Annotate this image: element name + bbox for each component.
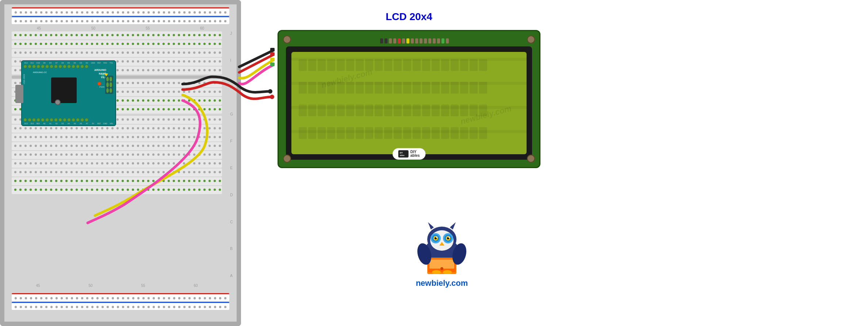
lcd-bezel: newbiely.com newbiely.com: [286, 46, 532, 160]
bot-col-label-50: 50: [88, 284, 92, 288]
lcd-screw-bl: [283, 155, 291, 163]
lcd-pin-13: [433, 38, 436, 43]
svg-line-30: [239, 55, 273, 72]
svg-rect-32: [270, 52, 275, 56]
lcd-row-3: [299, 105, 519, 124]
lcd-screw-tr: [527, 35, 535, 43]
arduino-usb-port: [15, 85, 23, 103]
lcd-pin-3: [389, 38, 392, 43]
lcd-pin-10: [420, 38, 422, 43]
lcd-screw-tl: [283, 35, 291, 43]
svg-marker-8: [450, 222, 456, 230]
svg-point-24: [440, 267, 443, 270]
row-label-j: J: [230, 31, 233, 35]
svg-rect-33: [270, 58, 275, 61]
lcd-pin-14: [437, 38, 440, 43]
lcd-pin-15: [441, 38, 444, 43]
lcd-pin-2: [385, 38, 387, 43]
svg-point-1: [270, 95, 274, 99]
lcd-pin-8: [411, 38, 414, 43]
svg-line-29: [239, 50, 273, 67]
lcd-pin-9: [415, 38, 418, 43]
arduino-icsp-header: [105, 76, 113, 94]
row-label-b: B: [230, 247, 233, 251]
row-label-e: E: [230, 166, 233, 170]
row-label-d: D: [230, 193, 233, 197]
lcd-header-pins: [286, 38, 532, 43]
lcd-module: LCD 20x4: [278, 11, 540, 168]
svg-point-14: [436, 236, 437, 238]
col-label-50: 50: [91, 26, 95, 30]
lcd-row-4: [299, 127, 519, 147]
arduino-reset-button[interactable]: [55, 99, 61, 105]
diyables-logo: DIY ables: [398, 150, 409, 158]
row-label-g: G: [230, 112, 233, 116]
newbiely-site-label: newbiely.com: [394, 278, 489, 288]
svg-point-0: [268, 89, 272, 94]
owl-svg: [409, 216, 475, 274]
lcd-pin-11: [424, 38, 427, 43]
lcd-pin-1: [380, 38, 383, 43]
svg-point-19: [448, 236, 450, 238]
lcd-row-2: [299, 82, 519, 102]
bot-col-label-60: 60: [194, 284, 198, 288]
lcd-pin-12: [428, 38, 431, 43]
svg-marker-7: [428, 222, 434, 230]
brand-name-text: DIYables: [410, 150, 420, 158]
lcd-pin-5: [398, 38, 401, 43]
lcd-screw-br: [527, 155, 535, 163]
lcd-pin-16: [446, 38, 449, 43]
svg-rect-31: [270, 48, 275, 52]
row-label-f: F: [230, 139, 233, 143]
col-label-60: 60: [200, 26, 204, 30]
bot-col-label-55: 55: [141, 284, 145, 288]
row-label-h: H: [230, 85, 233, 89]
arduino-nano: ARDUINO NANO V3.0 D12 D11 D10 D9 D8 D7 D…: [21, 60, 116, 126]
lcd-brand-badge: DIY ables DIYables: [393, 148, 426, 160]
svg-rect-34: [270, 62, 275, 66]
arduino-icsp-indicator: [104, 73, 108, 76]
lcd-row-1: [299, 59, 519, 79]
newbiely-logo-section: newbiely.com: [394, 216, 489, 288]
lcd-pin-6: [402, 38, 405, 43]
row-label-a: A: [230, 274, 233, 278]
row-label-c: C: [230, 220, 233, 224]
lcd-title: LCD 20x4: [278, 11, 540, 23]
lcd-screen: newbiely.com newbiely.com: [291, 52, 527, 154]
lcd-pin-7: [406, 38, 409, 43]
arduino-microchip: [51, 77, 77, 103]
row-label-i: I: [230, 58, 233, 62]
bot-col-label-45: 45: [36, 284, 40, 288]
col-label-45: 45: [37, 26, 41, 30]
lcd-pin-4: [393, 38, 396, 43]
col-label-55: 55: [146, 26, 150, 30]
svg-text:DIY: DIY: [400, 152, 403, 154]
breadboard: 45 50 55 60: [0, 0, 241, 326]
arduino-power-led: [98, 82, 101, 85]
lcd-outer-frame: newbiely.com newbiely.com: [278, 30, 540, 168]
owl-mascot: [409, 216, 475, 276]
svg-text:ables: ables: [400, 154, 405, 156]
